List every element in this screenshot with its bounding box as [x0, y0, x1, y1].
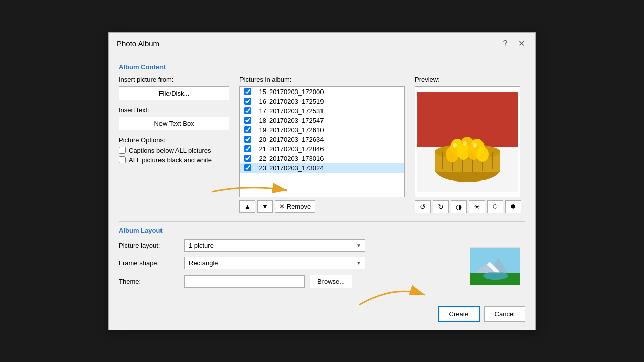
- browse-button[interactable]: Browse...: [310, 275, 352, 288]
- help-button[interactable]: ?: [499, 38, 511, 50]
- format-button[interactable]: ⬢: [505, 200, 521, 213]
- svg-point-19: [463, 141, 467, 146]
- album-row-name: 20170203_173016: [269, 155, 400, 162]
- album-row[interactable]: 23 20170203_173024: [240, 163, 404, 173]
- picture-options-label: Picture Options:: [119, 136, 229, 144]
- album-row[interactable]: 15 20170203_172000: [240, 87, 404, 97]
- frame-shape-row: Frame shape: Rectangle Rounded Rectangle…: [119, 257, 455, 269]
- picture-layout-row: Picture layout: 1 picture 2 pictures 4 p…: [119, 239, 455, 252]
- cancel-button[interactable]: Cancel: [484, 306, 525, 322]
- close-button[interactable]: ✕: [515, 38, 527, 50]
- album-row-checkbox[interactable]: [244, 136, 251, 143]
- pictures-in-album-label: Pictures in album:: [239, 76, 405, 83]
- move-up-button[interactable]: ▲: [239, 200, 255, 213]
- new-text-box-button[interactable]: New Text Box: [119, 117, 229, 130]
- album-row-num: 21: [254, 145, 266, 153]
- picture-layout-label: Picture layout:: [119, 242, 179, 249]
- album-row-num: 23: [254, 164, 266, 172]
- album-row-checkbox[interactable]: [244, 164, 251, 171]
- picture-layout-select-wrapper: 1 picture 2 pictures 4 pictures Fit to s…: [184, 239, 365, 252]
- album-row-num: 17: [254, 107, 266, 115]
- arrow-down-icon: ▼: [262, 203, 268, 210]
- dialog-body: Album Content Insert picture from: File/…: [109, 55, 535, 301]
- eggs-background: [417, 92, 518, 192]
- album-row-name: 20170203_172000: [269, 88, 400, 96]
- insert-text-label: Insert text:: [119, 106, 229, 114]
- album-row-num: 20: [254, 136, 266, 143]
- album-row-checkbox[interactable]: [244, 107, 251, 114]
- middle-panel: Pictures in album: 15 20170203_172000 16…: [239, 76, 405, 213]
- contrast-icon: ◑: [456, 203, 462, 211]
- thumbnail-preview: [470, 247, 520, 285]
- svg-point-14: [446, 146, 459, 162]
- black-white-checkbox[interactable]: [119, 156, 126, 163]
- rotate-right-icon: ↻: [438, 203, 444, 211]
- section-divider: [119, 221, 525, 222]
- album-row-num: 15: [254, 88, 266, 96]
- file-disk-button[interactable]: File/Disk...: [119, 86, 229, 100]
- captions-label: Captions below ALL pictures: [129, 147, 211, 154]
- black-white-label: ALL pictures black and white: [129, 156, 212, 164]
- remove-button[interactable]: ✕ Remove: [275, 200, 315, 213]
- remove-label: Remove: [287, 203, 311, 210]
- arrow-up-icon: ▲: [244, 203, 251, 210]
- album-row[interactable]: 17 20170203_172531: [240, 106, 404, 116]
- preview-box: [415, 86, 520, 197]
- album-row-name: 20170203_172531: [269, 107, 400, 115]
- album-row-checkbox[interactable]: [244, 117, 251, 124]
- layout-bottom: Picture layout: 1 picture 2 pictures 4 p…: [119, 239, 525, 293]
- dialog-footer: Create Cancel: [109, 301, 535, 330]
- rotate-right-button[interactable]: ↻: [433, 200, 449, 213]
- eggs-svg: [417, 92, 518, 192]
- album-content-label: Album Content: [119, 63, 525, 71]
- right-panel: Preview:: [415, 76, 525, 213]
- captions-checkbox[interactable]: [119, 147, 126, 154]
- album-row[interactable]: 21 20170203_172846: [240, 144, 404, 154]
- frame-shape-select[interactable]: Rectangle Rounded Rectangle Oval: [184, 257, 365, 269]
- album-row[interactable]: 18 20170203_172547: [240, 116, 404, 125]
- album-layout-section: Album Layout Picture layout: 1 picture 2…: [119, 227, 525, 293]
- theme-label: Theme:: [119, 278, 179, 285]
- album-row-checkbox[interactable]: [244, 155, 251, 162]
- move-down-button[interactable]: ▼: [257, 200, 273, 213]
- album-row[interactable]: 22 20170203_173016: [240, 154, 404, 163]
- album-row-num: 19: [254, 126, 266, 134]
- layout-right: [465, 239, 525, 293]
- contrast-button[interactable]: ◑: [451, 200, 467, 213]
- album-row-checkbox[interactable]: [244, 98, 251, 105]
- create-button[interactable]: Create: [438, 306, 480, 322]
- left-panel: Insert picture from: File/Disk... Insert…: [119, 76, 229, 213]
- dialog-title: Photo Album: [117, 39, 159, 48]
- album-row[interactable]: 19 20170203_172610: [240, 125, 404, 135]
- album-row[interactable]: 20 20170203_172634: [240, 135, 404, 144]
- album-row-name: 20170203_172519: [269, 98, 400, 105]
- frame-shape-select-wrapper: Rectangle Rounded Rectangle Oval ▼: [184, 257, 365, 269]
- rotate-left-icon: ↺: [420, 203, 426, 211]
- rotate-left-button[interactable]: ↺: [415, 200, 431, 213]
- title-buttons: ? ✕: [499, 38, 527, 50]
- svg-point-18: [453, 143, 457, 148]
- album-list-container: 15 20170203_172000 16 20170203_172519 17…: [239, 86, 405, 197]
- title-bar: Photo Album ? ✕: [109, 33, 535, 55]
- compress-icon: ⬡: [493, 203, 498, 210]
- album-row-checkbox[interactable]: [244, 126, 251, 133]
- album-row-num: 18: [254, 117, 266, 124]
- photo-album-dialog: Photo Album ? ✕ Album Content Insert pic…: [108, 32, 536, 330]
- album-layout-label: Album Layout: [119, 227, 525, 234]
- album-row-num: 16: [254, 98, 266, 105]
- layout-left: Picture layout: 1 picture 2 pictures 4 p…: [119, 239, 455, 293]
- theme-row: Theme: Browse...: [119, 275, 455, 288]
- album-row-checkbox[interactable]: [244, 88, 251, 95]
- album-row-name: 20170203_172634: [269, 136, 400, 143]
- insert-picture-label: Insert picture from:: [119, 76, 229, 83]
- preview-label: Preview:: [415, 76, 525, 83]
- picture-layout-select[interactable]: 1 picture 2 pictures 4 pictures Fit to s…: [184, 239, 365, 252]
- svg-point-26: [483, 272, 508, 280]
- thumbnail-svg: [470, 248, 520, 285]
- compress-button[interactable]: ⬡: [487, 200, 503, 213]
- theme-input[interactable]: [184, 275, 305, 288]
- album-row-checkbox[interactable]: [244, 145, 251, 152]
- album-row[interactable]: 16 20170203_172519: [240, 97, 404, 106]
- album-row-num: 22: [254, 155, 266, 162]
- brightness-button[interactable]: ☀: [469, 200, 485, 213]
